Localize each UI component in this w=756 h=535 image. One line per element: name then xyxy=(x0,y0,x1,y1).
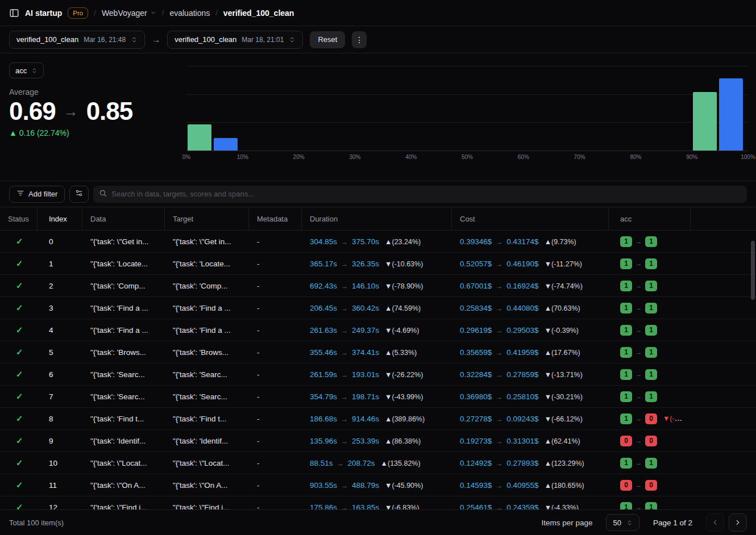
row-data: "{'task': 'Find a ... xyxy=(82,326,165,335)
items-per-page-select[interactable]: 50 xyxy=(606,514,639,531)
duration-cell: 365.17s→326.35s▼(-10.63%) xyxy=(302,260,452,268)
table-row[interactable]: ✓ 0 "{'task': \"Get in... "{'task': \"Ge… xyxy=(0,231,756,253)
row-metadata: - xyxy=(249,304,302,312)
cost-before: 0.14593$ xyxy=(460,481,492,490)
row-target: "{'task': 'Searc... xyxy=(165,392,249,401)
table-row[interactable]: ✓ 10 "{'task': \"Locat... "{'task': \"Lo… xyxy=(0,452,756,474)
arrow-right-icon: → xyxy=(635,304,642,311)
row-data: "{'task': 'Searc... xyxy=(82,370,165,379)
status-cell: ✓ xyxy=(0,347,38,357)
arrow-right-icon: → xyxy=(341,260,348,268)
duration-cell: 354.79s→198.71s▼(-43.99%) xyxy=(302,392,452,401)
arrow-right-icon: → xyxy=(635,371,642,378)
duration-cell: 692.43s→146.10s▼(-78.90%) xyxy=(302,282,452,290)
add-filter-button[interactable]: Add filter xyxy=(9,186,65,203)
column-header-target[interactable]: Target xyxy=(165,207,249,230)
row-target: "{'task': 'Find a ... xyxy=(165,304,249,312)
cost-before: 0.52057$ xyxy=(460,260,492,268)
acc-after-badge: 0 xyxy=(645,436,657,446)
status-success-icon: ✓ xyxy=(16,391,23,401)
table-row[interactable]: ✓ 9 "{'task': 'Identif... "{'task': 'Ide… xyxy=(0,430,756,452)
duration-before: 175.86s xyxy=(310,503,337,510)
column-header-status[interactable]: Status xyxy=(0,207,38,230)
column-header-acc[interactable]: acc xyxy=(609,207,691,230)
duration-delta: ▼(-45.90%) xyxy=(385,482,423,490)
x-axis-tick-label: 0% xyxy=(182,154,190,160)
search-input[interactable] xyxy=(111,190,741,198)
row-index: 8 xyxy=(38,415,82,423)
duration-before: 186.68s xyxy=(310,415,337,423)
arrow-right-icon: → xyxy=(341,371,348,379)
row-data: "{'task': \"Find i... xyxy=(82,503,165,510)
arrow-right-icon: → xyxy=(635,437,642,444)
acc-cell: 0→0 xyxy=(609,436,691,446)
acc-after-badge: 1 xyxy=(645,236,657,247)
duration-before: 88.51s xyxy=(310,459,333,467)
metric-name: acc xyxy=(15,66,27,75)
table-row[interactable]: ✓ 5 "{'task': 'Brows... "{'task': 'Brows… xyxy=(0,341,756,363)
workspace-name[interactable]: AI startup xyxy=(25,9,62,18)
status-cell: ✓ xyxy=(0,436,38,446)
status-cell: ✓ xyxy=(0,502,38,509)
column-header-duration[interactable]: Duration xyxy=(302,207,452,230)
chevron-down-icon xyxy=(150,10,156,16)
column-header-metadata[interactable]: Metadata xyxy=(249,207,302,230)
duration-cell: 261.59s→193.01s▼(-26.22%) xyxy=(302,370,452,379)
table-row[interactable]: ✓ 2 "{'task': 'Comp... "{'task': 'Comp..… xyxy=(0,275,756,297)
table-row[interactable]: ✓ 11 "{'task': \"On A... "{'task': \"On … xyxy=(0,474,756,496)
sidebar-toggle-icon[interactable] xyxy=(9,8,19,18)
x-axis-tick-label: 80% xyxy=(630,154,641,160)
table-row[interactable]: ✓ 7 "{'task': 'Searc... "{'task': 'Searc… xyxy=(0,386,756,408)
row-metadata: - xyxy=(249,437,302,445)
table-row[interactable]: ✓ 3 "{'task': 'Find a ... "{'task': 'Fin… xyxy=(0,297,756,319)
duration-cell: 88.51s→208.72s▲(135.82%) xyxy=(302,459,452,467)
duration-delta: ▼(-10.63%) xyxy=(385,260,423,268)
metric-selector[interactable]: acc xyxy=(9,62,44,78)
x-axis-tick-label: 20% xyxy=(293,154,305,160)
arrow-right-icon: → xyxy=(635,415,642,422)
x-axis-tick-label: 90% xyxy=(686,154,697,160)
duration-cell: 186.68s→914.46s▲(389.86%) xyxy=(302,415,452,423)
duration-before: 304.85s xyxy=(310,237,337,246)
baseline-evaluation-select[interactable]: verified_100_clean Mar 16, 21:48 xyxy=(9,31,145,49)
more-options-button[interactable]: ⋮ xyxy=(352,31,367,48)
arrow-right-icon: → xyxy=(341,327,348,335)
duration-after: 326.35s xyxy=(352,260,379,268)
status-cell: ✓ xyxy=(0,281,38,291)
status-success-icon: ✓ xyxy=(16,325,23,335)
arrow-right-icon: → xyxy=(341,482,348,490)
compared-evaluation-select[interactable]: verified_100_clean Mar 18, 21:01 xyxy=(167,31,303,49)
table-row[interactable]: ✓ 4 "{'task': 'Find a ... "{'task': 'Fin… xyxy=(0,319,756,341)
x-axis-tick-label: 10% xyxy=(237,154,248,160)
x-axis-tick-label: 100% xyxy=(741,154,755,160)
acc-before-badge: 1 xyxy=(620,413,632,424)
table-settings-button[interactable] xyxy=(69,186,89,203)
previous-page-button[interactable] xyxy=(706,513,724,532)
row-index: 0 xyxy=(38,237,82,246)
cost-cell: 0.29619$→0.29503$▼(-0.39%) xyxy=(452,326,609,335)
column-header-index[interactable]: Index xyxy=(38,207,82,230)
breadcrumb-separator: / xyxy=(94,9,96,17)
scrollbar-thumb[interactable] xyxy=(751,241,755,300)
duration-cell: 355.46s→374.41s▲(5.33%) xyxy=(302,348,452,357)
acc-before-badge: 1 xyxy=(620,391,632,402)
cost-delta: ▼(-30.21%) xyxy=(545,393,583,401)
reset-button[interactable]: Reset xyxy=(310,31,345,48)
table-row[interactable]: ✓ 6 "{'task': 'Searc... "{'task': 'Searc… xyxy=(0,363,756,386)
table-row[interactable]: ✓ 1 "{'task': 'Locate... "{'task': 'Loca… xyxy=(0,253,756,275)
duration-delta: ▲(86.38%) xyxy=(385,437,421,445)
table-row[interactable]: ✓ 8 "{'task': 'Find t... "{'task': 'Find… xyxy=(0,408,756,430)
duration-before: 903.55s xyxy=(310,481,337,490)
cost-delta: ▲(62.41%) xyxy=(545,437,580,445)
table-row[interactable]: ✓ 12 "{'task': \"Find i... "{'task': \"F… xyxy=(0,496,756,509)
column-header-cost[interactable]: Cost xyxy=(452,207,609,230)
next-page-button[interactable] xyxy=(729,513,747,532)
breadcrumb-evaluations[interactable]: evaluations xyxy=(169,9,210,18)
column-header-data[interactable]: Data xyxy=(82,207,165,230)
page-info: Page 1 of 2 xyxy=(653,519,692,527)
arrow-right-icon: → xyxy=(496,371,502,379)
cost-delta: ▼(-11.27%) xyxy=(545,260,582,268)
arrow-right-icon: → xyxy=(496,459,502,467)
breadcrumb-project[interactable]: WebVoyager xyxy=(102,9,156,18)
arrow-right-icon: → xyxy=(337,459,344,467)
